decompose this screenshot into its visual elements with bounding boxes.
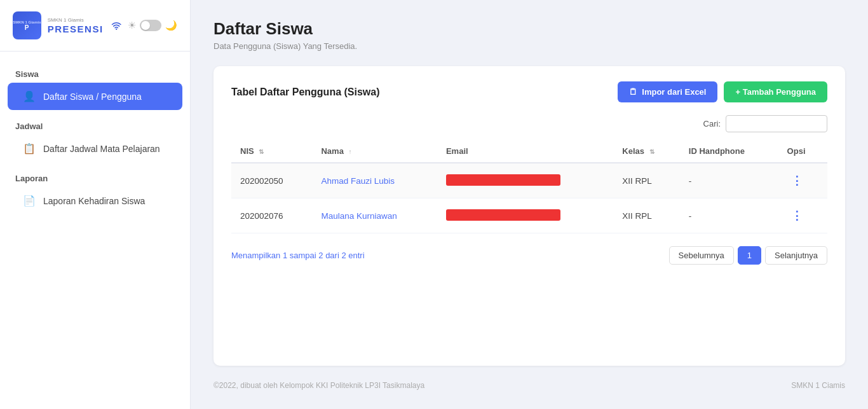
search-bar: Cari: bbox=[231, 115, 827, 132]
sidebar-header: SMKN 1 Giamis P SMKN 1 Giamis PRESENSI ☀… bbox=[0, 0, 190, 52]
main-content: Daftar Siswa Data Pengguna (Siswa) Yang … bbox=[191, 0, 868, 409]
cell-id-handphone: - bbox=[680, 198, 778, 233]
toggle-switch[interactable] bbox=[140, 20, 161, 31]
nama-link[interactable]: Ahmad Fauzi Lubis bbox=[321, 176, 395, 186]
page-title: Daftar Siswa bbox=[214, 19, 845, 39]
cell-kelas: XII RPL bbox=[613, 163, 679, 198]
logo-text: PRESENSI bbox=[48, 24, 104, 34]
calendar-icon: 📋 bbox=[23, 142, 36, 155]
search-input[interactable] bbox=[726, 115, 827, 132]
prev-page-button[interactable]: Sebelumnya bbox=[669, 246, 734, 265]
sidebar-item-laporan-kehadiran[interactable]: 📄 Laporan Kehadiran Siswa bbox=[8, 187, 182, 214]
table-row: 202002076 Maulana Kurniawan XII RPL - ⋮ bbox=[231, 198, 827, 233]
data-card: Tabel Daftar Pengguna (Siswa) 🗒 Impor da… bbox=[214, 66, 845, 366]
sidebar-item-daftar-jadwal-label: Daftar Jadwal Mata Pelajaran bbox=[43, 144, 160, 154]
moon-icon: 🌙 bbox=[165, 20, 177, 31]
cell-email bbox=[437, 163, 613, 198]
email-redacted bbox=[446, 174, 560, 186]
col-nis: NIS ⇅ bbox=[231, 140, 312, 163]
cell-nis: 202002076 bbox=[231, 198, 312, 233]
nav-section-jadwal: Jadwal bbox=[0, 116, 190, 134]
import-excel-button[interactable]: 🗒 Impor dari Excel bbox=[618, 81, 717, 102]
sort-nama-icon[interactable]: ↑ bbox=[349, 148, 352, 155]
tambah-pengguna-button[interactable]: + Tambah Pengguna bbox=[724, 81, 827, 102]
col-id-handphone: ID Handphone bbox=[680, 140, 778, 163]
search-label: Cari: bbox=[703, 119, 721, 128]
table-row: 202002050 Ahmad Fauzi Lubis XII RPL - ⋮ bbox=[231, 163, 827, 198]
report-icon: 📄 bbox=[23, 195, 36, 207]
svg-point-0 bbox=[116, 29, 117, 30]
email-redacted bbox=[446, 209, 560, 221]
pagination: Sebelumnya 1 Selanjutnya bbox=[669, 246, 827, 265]
cell-nis: 202002050 bbox=[231, 163, 312, 198]
col-kelas: Kelas ⇅ bbox=[613, 140, 679, 163]
col-nama: Nama ↑ bbox=[312, 140, 437, 163]
sidebar-nav: Siswa 👤 Daftar Siswa / Pengguna Jadwal 📋… bbox=[0, 52, 190, 409]
header-actions: 🗒 Impor dari Excel + Tambah Pengguna bbox=[618, 81, 827, 102]
page-1-button[interactable]: 1 bbox=[738, 246, 761, 265]
col-opsi: Opsi bbox=[778, 140, 827, 163]
cell-opsi: ⋮ bbox=[778, 198, 827, 233]
footer-right: SMKN 1 Ciamis bbox=[791, 381, 845, 390]
cell-email bbox=[437, 198, 613, 233]
nav-section-siswa: Siswa bbox=[0, 64, 190, 81]
file-icon: 🗒 bbox=[629, 87, 637, 97]
user-icon: 👤 bbox=[23, 90, 36, 102]
nama-link[interactable]: Maulana Kurniawan bbox=[321, 211, 397, 221]
cell-id-handphone: - bbox=[680, 163, 778, 198]
page-subtitle: Data Pengguna (Siswa) Yang Tersedia. bbox=[214, 41, 845, 51]
wifi-icon bbox=[111, 20, 121, 31]
card-title: Tabel Daftar Pengguna (Siswa) bbox=[231, 87, 380, 98]
logo-icon: SMKN 1 Giamis P bbox=[13, 11, 41, 39]
sidebar-item-daftar-siswa[interactable]: 👤 Daftar Siswa / Pengguna bbox=[8, 83, 182, 110]
action-menu-button[interactable]: ⋮ bbox=[787, 207, 806, 224]
cell-kelas: XII RPL bbox=[613, 198, 679, 233]
col-email: Email bbox=[437, 140, 613, 163]
sidebar: SMKN 1 Giamis P SMKN 1 Giamis PRESENSI ☀… bbox=[0, 0, 191, 409]
footer: ©2022, dibuat oleh Kelompok KKI Politekn… bbox=[214, 381, 845, 390]
sidebar-item-daftar-jadwal[interactable]: 📋 Daftar Jadwal Mata Pelajaran bbox=[8, 135, 182, 162]
cell-opsi: ⋮ bbox=[778, 163, 827, 198]
table-wrapper: NIS ⇅ Nama ↑ Email Kelas ⇅ bbox=[231, 140, 827, 233]
nav-section-laporan: Laporan bbox=[0, 169, 190, 186]
table-info: Menampilkan 1 sampai 2 dari 2 entri bbox=[231, 251, 365, 260]
next-page-button[interactable]: Selanjutnya bbox=[765, 246, 827, 265]
sort-nis-icon[interactable]: ⇅ bbox=[259, 148, 264, 155]
sun-icon: ☀ bbox=[128, 20, 136, 31]
table-header-row: NIS ⇅ Nama ↑ Email Kelas ⇅ bbox=[231, 140, 827, 163]
siswa-table: NIS ⇅ Nama ↑ Email Kelas ⇅ bbox=[231, 140, 827, 233]
sort-kelas-icon[interactable]: ⇅ bbox=[649, 148, 654, 155]
cell-nama: Ahmad Fauzi Lubis bbox=[312, 163, 437, 198]
footer-left: ©2022, dibuat oleh Kelompok KKI Politekn… bbox=[214, 381, 424, 390]
sidebar-item-daftar-siswa-label: Daftar Siswa / Pengguna bbox=[43, 92, 142, 102]
card-header: Tabel Daftar Pengguna (Siswa) 🗒 Impor da… bbox=[231, 81, 827, 102]
cell-nama: Maulana Kurniawan bbox=[312, 198, 437, 233]
theme-toggle[interactable]: ☀ 🌙 bbox=[128, 20, 177, 31]
table-footer: Menampilkan 1 sampai 2 dari 2 entri Sebe… bbox=[231, 246, 827, 265]
action-menu-button[interactable]: ⋮ bbox=[787, 172, 806, 189]
sidebar-item-laporan-kehadiran-label: Laporan Kehadiran Siswa bbox=[43, 196, 145, 206]
